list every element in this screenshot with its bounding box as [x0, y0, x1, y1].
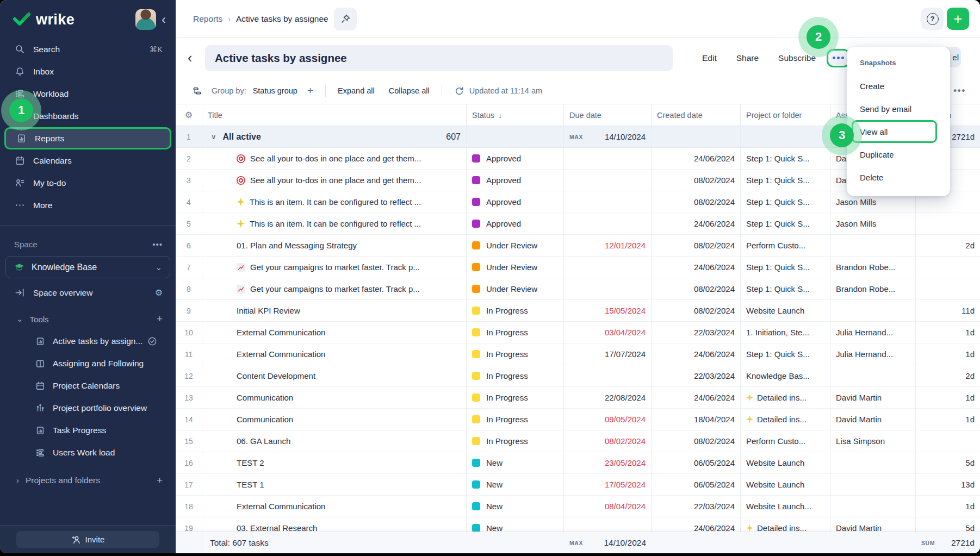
sidebar-item-projects-and-folders[interactable]: › Projects and folders +: [0, 469, 176, 491]
menu-item-delete[interactable]: Delete: [847, 166, 950, 189]
duration-cell: 1d: [916, 343, 980, 365]
menu-item-create[interactable]: Create: [847, 74, 950, 97]
table-row[interactable]: 13 Communication In Progress 22/08/2024 …: [176, 387, 980, 409]
project-cell: Detailed ins...: [741, 517, 830, 532]
status-cell: Under Review: [467, 257, 564, 278]
calendar-sm-icon: [35, 380, 45, 391]
toolbar-overflow-icon[interactable]: •••: [953, 86, 966, 96]
chevron-down-icon[interactable]: ∨: [211, 133, 216, 141]
invite-person-icon: [71, 535, 81, 544]
table-row[interactable]: 11 External Communication In Progress 17…: [176, 343, 980, 365]
assignee-cell: [830, 365, 916, 387]
menu-item-view-all[interactable]: View all: [852, 120, 937, 143]
breadcrumb-current: Active tasks by assignee: [236, 14, 328, 24]
menu-item-send-by-email[interactable]: Send by email: [847, 97, 950, 120]
status-cell: New: [467, 517, 564, 532]
space-more-icon[interactable]: •••: [152, 240, 163, 249]
sidebar-item-calendars[interactable]: Calendars: [0, 149, 176, 172]
tool-item-assigning-and-following[interactable]: Assigning and Following: [0, 352, 176, 374]
tool-item-project-calendars[interactable]: Project Calendars: [0, 374, 176, 397]
tools-list: Active tasks by assign... Assigning and …: [0, 330, 176, 464]
table-row[interactable]: 18 External Communication New 08/04/2024…: [176, 496, 980, 517]
shortcut-hint: ⌘K: [150, 45, 163, 54]
space-section-label: Space: [14, 240, 38, 249]
table-row[interactable]: 19 03. External Research New 24/06/2024 …: [176, 517, 980, 532]
table-row[interactable]: 10 External Communication In Progress 03…: [176, 322, 980, 343]
sidebar-nav: Search⌘K Inbox Workload Dashboards Repor…: [0, 38, 176, 216]
due-date: 22/08/2024: [564, 387, 652, 409]
due-date: 15/05/2024: [564, 300, 652, 322]
table-row[interactable]: 5 This is an item. It can be configured …: [176, 213, 980, 235]
table-row[interactable]: 7 Get your campaigns to market faster. T…: [176, 257, 980, 278]
subscribe-button[interactable]: Subscribe: [778, 53, 816, 63]
tool-item-users-work-load[interactable]: Users Work load: [0, 441, 176, 464]
table-row[interactable]: 9 Initial KPI Review In Progress 15/05/2…: [176, 300, 980, 322]
add-grouping-icon[interactable]: +: [307, 85, 313, 97]
group-by-value[interactable]: Status group: [253, 86, 297, 95]
column-header-created-date[interactable]: Created date: [652, 104, 741, 126]
nav-label: Search: [33, 45, 60, 54]
table-row[interactable]: 14 Communication In Progress 09/05/2024 …: [176, 409, 980, 430]
refresh-icon[interactable]: [454, 85, 465, 96]
back-chevron-icon[interactable]: ‹: [188, 50, 202, 66]
sidebar-item-search[interactable]: Search⌘K: [0, 38, 176, 60]
sidebar-item-more[interactable]: More: [0, 194, 176, 216]
column-header-title[interactable]: Title: [202, 104, 467, 126]
divider: [442, 85, 442, 97]
projects-folders-label: Projects and folders: [26, 476, 100, 485]
table-row[interactable]: 12 Content Development In Progress 22/03…: [176, 365, 980, 387]
table-row[interactable]: 15 06. GA Launch In Progress 08/02/2024 …: [176, 430, 980, 452]
menu-item-duplicate[interactable]: Duplicate: [847, 143, 950, 166]
due-date: 17/07/2024: [564, 343, 652, 365]
edit-button[interactable]: Edit: [702, 53, 717, 63]
sidebar-collapse-icon[interactable]: ‹: [162, 13, 166, 26]
tool-label: Project Calendars: [53, 381, 120, 391]
column-header-project-or-folder[interactable]: Project or folder: [741, 104, 830, 126]
task-title: Initial KPI Review: [202, 300, 467, 322]
table-settings-cell[interactable]: ⚙: [176, 104, 202, 126]
table-row[interactable]: 17 TEST 1 New 17/05/2024 06/05/2024 Webs…: [176, 474, 980, 496]
tools-section[interactable]: ⌄ Tools +: [0, 308, 176, 330]
add-project-icon[interactable]: +: [157, 474, 163, 486]
gear-icon[interactable]: ⚙: [155, 288, 163, 298]
tool-label: Task Progress: [53, 426, 106, 435]
main-area: Reports › Active tasks by assignee ? + ‹…: [176, 0, 980, 553]
table-row[interactable]: 6 01. Plan and Messaging Strategy Under …: [176, 235, 980, 257]
sidebar-item-my-to-do[interactable]: My to-do: [0, 172, 176, 194]
tool-label: Project portfolio overview: [53, 403, 147, 413]
portfolio-icon: [35, 403, 45, 413]
space-selector[interactable]: Knowledge Base ⌄: [5, 256, 170, 278]
tool-item-task-progress[interactable]: Task Progress: [0, 419, 176, 441]
tool-item-active-tasks-by-assign-[interactable]: Active tasks by assign...: [0, 330, 176, 352]
status-chip: [472, 198, 480, 206]
invite-button[interactable]: Invite: [16, 531, 159, 548]
column-header-due-date[interactable]: Due date: [564, 104, 652, 126]
tool-label: Assigning and Following: [53, 359, 144, 368]
help-button[interactable]: ?: [921, 8, 944, 30]
due-date: 08/04/2024: [564, 496, 652, 517]
sidebar-item-space-overview[interactable]: Space overview ⚙: [0, 282, 176, 304]
table-row[interactable]: 8 Get your campaigns to market faster. T…: [176, 278, 980, 300]
sum-label: SUM: [921, 540, 935, 546]
create-new-button[interactable]: +: [947, 8, 969, 30]
sidebar-item-reports[interactable]: Reports: [4, 127, 171, 149]
avatar[interactable]: [135, 9, 156, 30]
collapse-all-button[interactable]: Collapse all: [389, 86, 430, 95]
pin-button[interactable]: [334, 8, 357, 30]
app-window: wrike ‹ Search⌘K Inbox Workload Dashboar…: [0, 0, 980, 553]
created-date: 06/05/2024: [652, 474, 741, 496]
expand-all-button[interactable]: Expand all: [338, 86, 375, 95]
breadcrumb-reports[interactable]: Reports: [193, 14, 222, 24]
report-title-input[interactable]: Active tasks by assignee: [205, 45, 673, 71]
task-title: Communication: [202, 387, 467, 409]
share-button[interactable]: Share: [736, 53, 759, 63]
table-row[interactable]: 16 TEST 2 New 23/05/2024 06/05/2024 Webs…: [176, 452, 980, 474]
column-header-status[interactable]: Status↓: [467, 104, 564, 126]
project-cell: 1. Initiation, Ste...: [741, 322, 830, 343]
tool-item-project-portfolio-overview[interactable]: Project portfolio overview: [0, 397, 176, 419]
created-date: 22/03/2024: [652, 322, 741, 343]
add-tool-icon[interactable]: +: [157, 313, 163, 325]
wrike-logo[interactable]: wrike: [13, 11, 135, 28]
sidebar-item-inbox[interactable]: Inbox: [0, 60, 176, 83]
task-title: External Communication: [202, 496, 467, 517]
